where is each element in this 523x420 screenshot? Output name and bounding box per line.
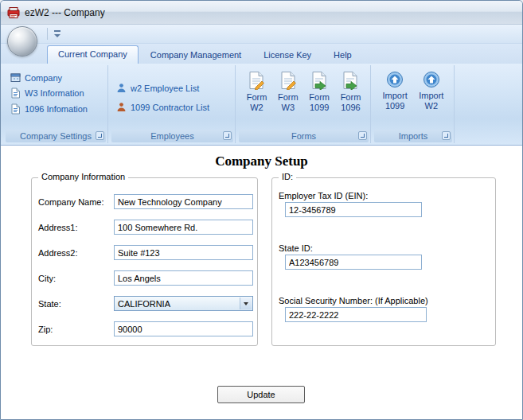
city-field[interactable] <box>114 270 253 286</box>
ribbon-button-form-1099[interactable]: Form 1099 <box>307 68 331 130</box>
button-label-line2: 1096 <box>341 103 360 113</box>
button-label-line1: Import <box>419 91 443 101</box>
ribbon-button-import-w2[interactable]: Import W2 <box>417 68 445 130</box>
ribbon-item-label: 1096 Infomation <box>25 104 88 114</box>
state-select[interactable]: CALIFORNIA <box>114 296 253 311</box>
state-id-field[interactable] <box>285 255 422 270</box>
company-name-label: Company Name: <box>38 197 104 207</box>
application-menu-orb-button[interactable] <box>7 26 37 56</box>
document-1096-icon <box>10 103 21 115</box>
chevron-down-icon <box>244 302 248 308</box>
form-export-icon <box>310 71 328 90</box>
combo-dropdown-button[interactable] <box>240 298 252 309</box>
app-icon <box>7 6 20 19</box>
group-caption-label: Company Settings <box>20 131 92 141</box>
group-caption-forms: Forms <box>239 130 369 142</box>
company-icon <box>10 72 21 83</box>
form-edit-icon <box>279 71 297 90</box>
dialog-launcher-icon[interactable] <box>442 131 451 140</box>
app-window: ezW2 --- Company Current Company Company… <box>0 0 523 420</box>
ribbon-group-employees: w2 Employee List 1099 Contractor List Em… <box>110 65 236 143</box>
ribbon-button-form-w3[interactable]: Form W3 <box>276 68 300 130</box>
company-information-groupbox: Company Information Company Name: Addres… <box>31 177 258 346</box>
import-icon <box>423 71 440 88</box>
address2-field[interactable] <box>114 245 253 260</box>
zip-field[interactable] <box>114 321 253 336</box>
state-id-label: State ID: <box>279 243 313 253</box>
groupbox-caption: Company Information <box>38 172 128 181</box>
tab-current-company[interactable]: Current Company <box>47 45 139 64</box>
group-caption-label: Forms <box>291 131 316 141</box>
ribbon-item-w3-information[interactable]: W3 Information <box>4 85 107 101</box>
id-groupbox: ID: Employer Tax ID (EIN): State ID: Soc… <box>271 177 496 346</box>
button-label-line1: Form <box>278 92 299 103</box>
ribbon-group-forms: Form W2 Form W3 <box>237 65 371 143</box>
address1-field[interactable] <box>114 220 253 235</box>
ssn-field[interactable] <box>285 307 427 322</box>
city-label: City: <box>38 274 56 283</box>
dialog-launcher-icon[interactable] <box>223 131 232 140</box>
button-label-line1: Form <box>247 92 267 103</box>
button-label-line2: 1099 <box>310 103 329 113</box>
ribbon-tab-strip: Current Company Company Management Licen… <box>1 44 522 64</box>
tab-company-management[interactable]: Company Management <box>140 47 252 64</box>
window-title: ezW2 --- Company <box>25 7 105 18</box>
group-caption-label: Imports <box>399 131 428 141</box>
button-label-line1: Form <box>309 92 330 103</box>
group-caption-label: Employees <box>150 131 193 141</box>
button-label-line1: Import <box>383 91 408 101</box>
page-title: Company Setup <box>1 154 522 169</box>
dialog-launcher-icon[interactable] <box>358 131 367 140</box>
ribbon-item-1096-information[interactable]: 1096 Infomation <box>4 101 107 117</box>
address1-label: Address1: <box>38 223 78 232</box>
button-label-line2: 1099 <box>385 101 404 111</box>
button-label-line2: W3 <box>282 103 295 113</box>
zip-label: Zip: <box>38 325 53 334</box>
company-name-field[interactable] <box>114 194 253 209</box>
ribbon-item-label: 1099 Contractor List <box>131 103 209 112</box>
ribbon-item-label: Company <box>25 73 62 83</box>
dialog-launcher-icon[interactable] <box>96 131 104 140</box>
address2-label: Address2: <box>38 248 78 258</box>
ribbon-group-imports: Import 1099 Import W2 Imports <box>373 65 455 143</box>
ribbon-item-label: w2 Employee List <box>131 84 199 93</box>
ribbon-item-label: W3 Information <box>25 88 84 98</box>
group-caption-imports: Imports <box>374 130 452 142</box>
customize-toolbar-chevron-icon[interactable] <box>53 30 61 40</box>
ribbon-item-company[interactable]: Company <box>4 70 107 85</box>
groupbox-caption: ID: <box>279 172 296 181</box>
quick-access-toolbar <box>1 25 522 44</box>
contractor-person-icon <box>116 102 127 112</box>
tab-license-key[interactable]: License Key <box>253 47 322 64</box>
main-content: Company Setup Company Information Compan… <box>1 146 522 419</box>
state-selected-value: CALIFORNIA <box>118 299 170 309</box>
update-button[interactable]: Update <box>217 386 305 403</box>
employee-person-icon <box>116 83 127 93</box>
form-edit-icon <box>248 71 265 90</box>
ribbon-button-import-1099[interactable]: Import 1099 <box>381 68 409 130</box>
group-caption-employees: Employees <box>111 130 233 142</box>
ribbon: Company W3 Information <box>1 64 522 146</box>
title-bar: ezW2 --- Company <box>1 1 522 25</box>
toolbar-separator <box>47 28 48 40</box>
button-label-line1: Form <box>341 92 361 103</box>
ssn-label: Social Security Number: (If Applicable) <box>279 296 428 305</box>
button-label-line2: W2 <box>425 101 439 111</box>
ribbon-item-w2-employee-list[interactable]: w2 Employee List <box>110 80 235 95</box>
tab-help[interactable]: Help <box>323 47 362 64</box>
ribbon-button-form-1096[interactable]: Form 1096 <box>339 68 363 130</box>
ein-label: Employer Tax ID (EIN): <box>279 191 368 200</box>
group-caption-company-settings: Company Settings <box>6 130 106 142</box>
ribbon-button-form-w2[interactable]: Form W2 <box>245 68 269 130</box>
state-label: State: <box>38 299 61 309</box>
ribbon-group-company-settings: Company W3 Information <box>4 65 108 143</box>
button-label-line2: W2 <box>250 103 263 113</box>
import-icon <box>386 71 404 88</box>
w3-document-icon <box>10 88 21 99</box>
ein-field[interactable] <box>285 202 422 217</box>
ribbon-item-1099-contractor-list[interactable]: 1099 Contractor List <box>110 99 235 115</box>
form-export-icon <box>342 71 359 90</box>
